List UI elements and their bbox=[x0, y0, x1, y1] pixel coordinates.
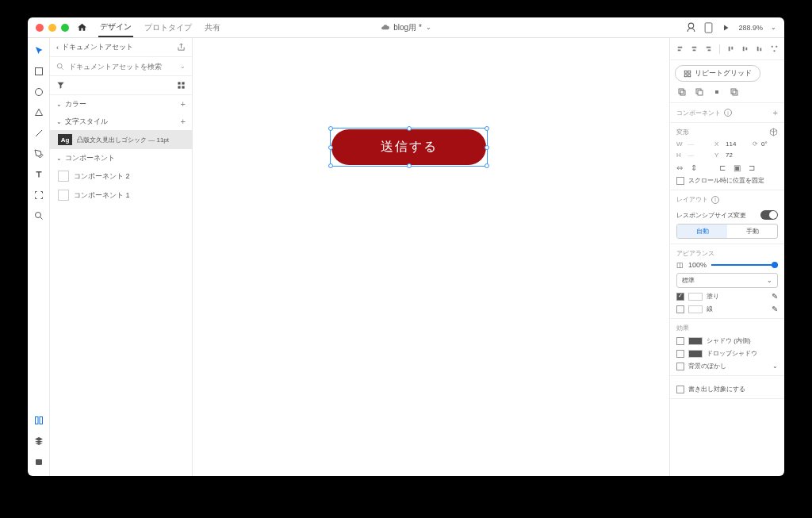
minimize-window[interactable] bbox=[48, 24, 56, 32]
ellipse-tool[interactable] bbox=[33, 86, 45, 98]
layers-panel-toggle[interactable] bbox=[33, 435, 45, 447]
flip-v-icon[interactable]: ⇕ bbox=[691, 163, 697, 172]
drop-shadow-checkbox[interactable] bbox=[676, 350, 684, 358]
tab-design[interactable]: デザイン bbox=[98, 18, 133, 37]
boolean-intersect-icon[interactable] bbox=[711, 86, 722, 98]
stroke-color-swatch[interactable] bbox=[688, 305, 703, 313]
text-tool[interactable] bbox=[33, 168, 45, 181]
align-top-icon[interactable] bbox=[726, 44, 736, 54]
blend-mode-select[interactable]: 標準 ⌄ bbox=[676, 273, 778, 288]
drop-shadow-swatch[interactable] bbox=[688, 350, 703, 358]
inner-shadow-checkbox[interactable] bbox=[676, 337, 684, 345]
rectangle-tool[interactable] bbox=[33, 65, 45, 78]
add-char-style-icon[interactable]: + bbox=[181, 117, 186, 126]
component-label: コンポーネント 1 bbox=[74, 190, 130, 201]
distribute-icon[interactable] bbox=[769, 44, 779, 54]
plugins-panel-toggle[interactable] bbox=[33, 455, 45, 468]
artboard-tool[interactable] bbox=[33, 189, 45, 201]
assets-search-row: ⌄ bbox=[50, 57, 192, 76]
section-component[interactable]: ⌄ コンポーネント bbox=[50, 149, 192, 167]
repeat-grid-button[interactable]: リピートグリッド bbox=[675, 65, 760, 82]
fill-color-swatch[interactable] bbox=[688, 293, 703, 301]
play-icon[interactable] bbox=[721, 23, 730, 33]
boolean-subtract-icon[interactable] bbox=[694, 86, 705, 98]
zoom-level[interactable]: 288.9% bbox=[738, 24, 763, 32]
svg-rect-17 bbox=[684, 74, 687, 76]
y-input[interactable]: 72 bbox=[726, 152, 749, 159]
align-left-icon[interactable] bbox=[675, 44, 685, 54]
pen-tool[interactable] bbox=[33, 148, 45, 160]
align-right-icon[interactable] bbox=[703, 44, 714, 54]
chevron-down-icon: ⌄ bbox=[56, 101, 62, 108]
resize-handle[interactable] bbox=[485, 163, 489, 168]
zoom-dropdown-icon[interactable]: ⌄ bbox=[771, 24, 776, 31]
eyedropper-icon[interactable]: ✎ bbox=[772, 292, 778, 301]
filter-icon[interactable] bbox=[56, 81, 65, 90]
polygon-tool[interactable] bbox=[33, 106, 45, 119]
opacity-value[interactable]: 100% bbox=[688, 261, 707, 269]
transform-section: 変形 W— X114 ⟳ 0° H— Y72 ⇔ ⇕ bbox=[670, 123, 784, 190]
document-title[interactable]: blog用 * ⌄ bbox=[381, 22, 431, 33]
tab-share[interactable]: 共有 bbox=[203, 19, 222, 36]
align-center-h-icon[interactable] bbox=[689, 44, 699, 54]
height-input[interactable]: — bbox=[688, 152, 711, 159]
chevron-down-icon[interactable]: ⌄ bbox=[772, 363, 778, 370]
info-icon[interactable]: i bbox=[711, 196, 719, 204]
export-section: 書き出し対象にする bbox=[670, 376, 784, 399]
component-item[interactable]: コンポーネント 1 bbox=[50, 186, 192, 205]
resize-handle[interactable] bbox=[328, 163, 333, 168]
resize-handle[interactable] bbox=[328, 126, 333, 131]
3d-transform-icon[interactable] bbox=[769, 128, 778, 136]
zoom-tool[interactable] bbox=[33, 209, 45, 222]
responsive-toggle[interactable] bbox=[760, 210, 778, 220]
add-color-icon[interactable]: + bbox=[181, 99, 186, 109]
opacity-slider[interactable] bbox=[711, 264, 778, 266]
desktop-preview-icon[interactable] bbox=[686, 22, 696, 33]
canvas[interactable]: 送信する bbox=[193, 38, 669, 476]
dock-left-icon[interactable]: ⊏ bbox=[719, 163, 726, 172]
line-tool[interactable] bbox=[33, 127, 45, 140]
fill-checkbox[interactable] bbox=[676, 293, 684, 301]
svg-rect-14 bbox=[774, 50, 776, 52]
info-icon[interactable]: i bbox=[724, 109, 732, 117]
submit-button-shape[interactable]: 送信する bbox=[331, 129, 486, 165]
share-assets-icon[interactable] bbox=[177, 43, 186, 52]
boolean-exclude-icon[interactable] bbox=[729, 86, 740, 98]
mobile-preview-icon[interactable] bbox=[704, 22, 713, 33]
section-char-style[interactable]: ⌄ 文字スタイル + bbox=[50, 113, 192, 130]
fix-scroll-checkbox[interactable] bbox=[676, 177, 684, 185]
component-thumbnail bbox=[58, 190, 69, 201]
blur-checkbox[interactable] bbox=[676, 363, 684, 370]
seg-manual[interactable]: 手動 bbox=[727, 224, 777, 238]
align-bottom-icon[interactable] bbox=[754, 44, 764, 54]
x-input[interactable]: 114 bbox=[726, 140, 749, 148]
add-component-icon[interactable]: + bbox=[773, 108, 778, 117]
width-input[interactable]: — bbox=[688, 140, 711, 148]
char-style-item[interactable]: Ag 凸版文久見出しゴシック — 11pt bbox=[50, 130, 192, 149]
tab-prototype[interactable]: プロトタイプ bbox=[143, 19, 193, 36]
select-tool[interactable] bbox=[33, 44, 45, 57]
maximize-window[interactable] bbox=[61, 24, 69, 32]
flip-h-icon[interactable]: ⇔ bbox=[676, 163, 683, 172]
component-item[interactable]: コンポーネント 2 bbox=[50, 167, 192, 186]
eyedropper-icon[interactable]: ✎ bbox=[772, 305, 778, 313]
back-icon[interactable]: ‹ bbox=[56, 44, 59, 52]
component-section-label: コンポーネント bbox=[676, 109, 721, 117]
export-checkbox[interactable] bbox=[676, 386, 684, 393]
home-icon[interactable] bbox=[77, 22, 87, 33]
grid-view-icon[interactable] bbox=[177, 81, 186, 90]
boolean-add-icon[interactable] bbox=[676, 86, 688, 98]
search-dropdown-icon[interactable]: ⌄ bbox=[180, 63, 186, 70]
dock-right-icon[interactable]: ⊐ bbox=[749, 163, 755, 172]
inner-shadow-swatch[interactable] bbox=[688, 337, 703, 345]
assets-panel-toggle[interactable] bbox=[33, 414, 45, 427]
section-color[interactable]: ⌄ カラー + bbox=[50, 95, 192, 113]
close-window[interactable] bbox=[36, 24, 44, 32]
assets-search-input[interactable] bbox=[69, 63, 175, 71]
stroke-checkbox[interactable] bbox=[676, 305, 684, 313]
seg-auto[interactable]: 自動 bbox=[677, 224, 727, 238]
dock-center-icon[interactable]: ▣ bbox=[733, 163, 741, 172]
rotation-input[interactable]: 0° bbox=[761, 140, 768, 148]
resize-handle[interactable] bbox=[485, 126, 489, 131]
align-center-v-icon[interactable] bbox=[740, 44, 750, 54]
